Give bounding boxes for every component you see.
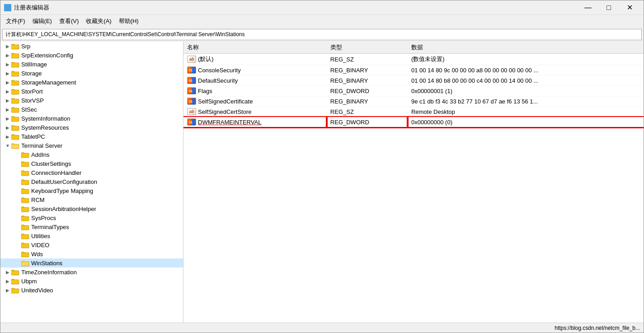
expand-arrow-unitedvideo[interactable] [4, 286, 11, 294]
table-row[interactable]: 01DWMFRAMEINTERVALREG_DWORD0x00000000 (0… [183, 117, 644, 128]
folder-icon-clustersettings [21, 160, 29, 167]
cell-type-4: REG_BINARY [327, 96, 408, 107]
expand-arrow-clustersettings[interactable] [14, 160, 21, 167]
title-bar: 注册表编辑器 — □ ✕ [0, 0, 644, 15]
tree-item-srpextensionconfig[interactable]: SrpExtensionConfig [0, 51, 183, 60]
folder-icon-stillimage [11, 61, 19, 68]
svg-rect-48 [21, 244, 29, 248]
svg-rect-44 [21, 225, 29, 230]
svg-rect-10 [11, 72, 19, 76]
menu-item-h[interactable]: 帮助(H) [115, 16, 142, 27]
expand-arrow-terminalserver[interactable] [4, 142, 11, 149]
expand-arrow-systemresources[interactable] [4, 124, 11, 131]
table-row[interactable]: 01ConsoleSecurityREG_BINARY01 00 14 80 9… [183, 65, 644, 75]
tree-item-timezoneinformation[interactable]: TimeZoneInformation [0, 267, 183, 277]
tree-item-tabletpc[interactable]: TabletPC [0, 132, 183, 141]
tree-item-stillimage[interactable]: StillImage [0, 60, 183, 69]
svg-text:01: 01 [189, 100, 193, 103]
expand-arrow-storport[interactable] [4, 88, 11, 95]
tree-label-storage: Storage [21, 70, 42, 77]
expand-arrow-stillimage[interactable] [4, 61, 11, 68]
tree-label-timezoneinformation: TimeZoneInformation [21, 269, 77, 276]
tree-item-srp[interactable]: Srp [0, 42, 183, 51]
expand-arrow-wds[interactable] [14, 250, 21, 258]
menu-item-f[interactable]: 文件(F) [2, 16, 29, 27]
tree-item-clustersettings[interactable]: ClusterSettings [0, 159, 183, 168]
address-bar: 计算机\HKEY_LOCAL_MACHINE\SYSTEM\CurrentCon… [2, 29, 642, 40]
expand-arrow-ubpm[interactable] [4, 277, 11, 285]
tree-label-stsec: StSec [21, 106, 37, 113]
menu-item-e[interactable]: 编辑(E) [29, 16, 56, 27]
tree-item-connectionhandler[interactable]: ConnectionHandler [0, 168, 183, 177]
expand-arrow-srp[interactable] [4, 42, 11, 50]
folder-icon-systemresources [11, 124, 19, 131]
expand-arrow-storvsp[interactable] [4, 97, 11, 104]
menu-item-v[interactable]: 查看(V) [56, 16, 82, 27]
expand-arrow-keyboardtypemapping[interactable] [14, 187, 21, 194]
table-row[interactable]: 01FlagsREG_DWORD0x00000001 (1) [183, 86, 644, 96]
svg-rect-36 [21, 189, 29, 194]
tree-item-sessionarbitrationhelper[interactable]: SessionArbitrationHelper [0, 204, 183, 213]
expand-arrow-video[interactable] [14, 241, 21, 249]
cell-name-2: 01DefaultSecurity [183, 75, 327, 86]
detail-pane[interactable]: 名称 类型 数据 ab(默认)REG_SZ(数值未设置)01ConsoleSec… [183, 42, 644, 323]
tree-pane[interactable]: Srp SrpExtensionConfig StillImage Storag… [0, 42, 183, 323]
folder-icon-storvsp [11, 97, 19, 104]
tree-item-storport[interactable]: StorPort [0, 87, 183, 96]
tree-item-storage[interactable]: Storage [0, 69, 183, 78]
close-button[interactable]: ✕ [619, 0, 640, 15]
tree-item-systeminformation[interactable]: SystemInformation [0, 114, 183, 123]
tree-item-terminaltypes[interactable]: TerminalTypes [0, 222, 183, 231]
reg-icon-4: 01 [187, 98, 196, 105]
tree-item-unitedvideo[interactable]: UnitedVideo [0, 286, 183, 295]
expand-arrow-terminaltypes[interactable] [14, 223, 21, 230]
expand-arrow-systeminformation[interactable] [4, 115, 11, 122]
tree-item-rcm[interactable]: RCM [0, 195, 183, 204]
tree-item-sysprocs[interactable]: SysProcs [0, 213, 183, 222]
tree-item-storvsp[interactable]: StorVSP [0, 96, 183, 105]
expand-arrow-storagemanagement[interactable] [4, 79, 11, 86]
expand-arrow-storage[interactable] [4, 70, 11, 77]
tree-item-defaultuserconfiguration[interactable]: DefaultUserConfiguration [0, 177, 183, 186]
expand-arrow-utilities[interactable] [14, 232, 21, 239]
tree-item-addins[interactable]: AddIns [0, 150, 183, 159]
folder-icon-storport [11, 88, 19, 95]
tree-item-terminalserver[interactable]: Terminal Server [0, 141, 183, 150]
expand-arrow-rcm[interactable] [14, 196, 21, 203]
expand-arrow-defaultuserconfiguration[interactable] [14, 178, 21, 185]
tree-item-winstations[interactable]: WinStations [0, 258, 183, 267]
table-row[interactable]: 01DefaultSecurityREG_BINARY01 00 14 80 b… [183, 75, 644, 86]
tree-item-utilities[interactable]: Utilities [0, 231, 183, 240]
expand-arrow-tabletpc[interactable] [4, 133, 11, 140]
tree-label-connectionhandler: ConnectionHandler [31, 169, 81, 176]
minimize-button[interactable]: — [578, 0, 598, 15]
maximize-button[interactable]: □ [598, 0, 619, 15]
folder-icon-addins [21, 151, 29, 158]
expand-arrow-srpextensionconfig[interactable] [4, 52, 11, 59]
folder-icon-storage [11, 70, 19, 77]
tree-label-systeminformation: SystemInformation [21, 115, 70, 122]
name-text-0: (默认) [198, 55, 214, 63]
tree-item-wds[interactable]: Wds [0, 249, 183, 258]
menu-item-a[interactable]: 收藏夹(A) [82, 16, 115, 27]
table-row[interactable]: abSelfSignedCertStoreREG_SZRemote Deskto… [183, 107, 644, 117]
expand-arrow-stsec[interactable] [4, 106, 11, 113]
tree-item-video[interactable]: VIDEO [0, 240, 183, 249]
expand-arrow-sessionarbitrationhelper[interactable] [14, 205, 21, 212]
expand-arrow-timezoneinformation[interactable] [4, 268, 11, 276]
tree-item-systemresources[interactable]: SystemResources [0, 123, 183, 132]
expand-arrow-connectionhandler[interactable] [14, 169, 21, 176]
tree-item-storagemanagement[interactable]: StorageManagement [0, 78, 183, 87]
expand-arrow-addins[interactable] [14, 151, 21, 158]
expand-arrow-sysprocs[interactable] [14, 214, 21, 221]
tree-label-tabletpc: TabletPC [21, 133, 45, 140]
table-row[interactable]: ab(默认)REG_SZ(数值未设置) [183, 54, 644, 65]
cell-data-4: 9e c1 db f3 4c 33 b2 77 10 67 d7 ae f6 1… [408, 96, 644, 107]
table-row[interactable]: 01SelfSignedCertificateREG_BINARY9e c1 d… [183, 96, 644, 107]
folder-icon-systeminformation [11, 115, 19, 122]
tree-item-stsec[interactable]: StSec [0, 105, 183, 114]
expand-arrow-winstations[interactable] [14, 259, 21, 267]
tree-item-keyboardtypemapping[interactable]: KeyboardType Mapping [0, 186, 183, 195]
svg-rect-18 [11, 108, 19, 113]
tree-item-ubpm[interactable]: Ubpm [0, 277, 183, 286]
